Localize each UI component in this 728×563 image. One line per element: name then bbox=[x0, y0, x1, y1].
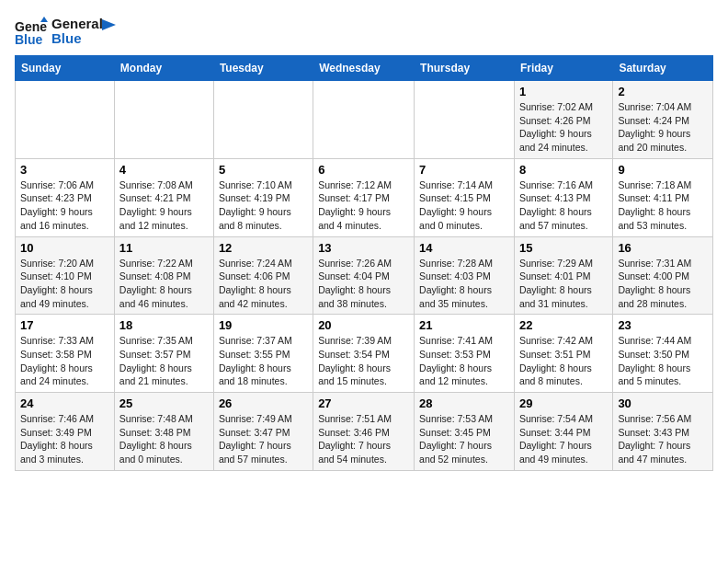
day-cell: 13Sunrise: 7:26 AM Sunset: 4:04 PM Dayli… bbox=[313, 236, 415, 315]
day-cell: 1Sunrise: 7:02 AM Sunset: 4:26 PM Daylig… bbox=[514, 81, 612, 159]
day-number: 9 bbox=[618, 163, 708, 177]
weekday-header-monday: Monday bbox=[114, 56, 213, 81]
day-cell bbox=[415, 81, 515, 159]
day-cell: 30Sunrise: 7:56 AM Sunset: 3:43 PM Dayli… bbox=[613, 393, 713, 471]
day-number: 23 bbox=[618, 318, 708, 332]
day-cell: 25Sunrise: 7:48 AM Sunset: 3:48 PM Dayli… bbox=[114, 393, 213, 471]
day-number: 22 bbox=[519, 318, 608, 332]
day-info: Sunrise: 7:29 AM Sunset: 4:01 PM Dayligh… bbox=[519, 257, 608, 311]
logo-flag-icon bbox=[99, 17, 118, 36]
day-info: Sunrise: 7:53 AM Sunset: 3:45 PM Dayligh… bbox=[419, 412, 509, 466]
day-number: 20 bbox=[318, 318, 409, 332]
day-info: Sunrise: 7:06 AM Sunset: 4:23 PM Dayligh… bbox=[20, 178, 109, 233]
day-info: Sunrise: 7:10 AM Sunset: 4:19 PM Dayligh… bbox=[219, 178, 308, 233]
day-cell: 3Sunrise: 7:06 AM Sunset: 4:23 PM Daylig… bbox=[16, 158, 115, 236]
day-info: Sunrise: 7:12 AM Sunset: 4:17 PM Dayligh… bbox=[318, 178, 409, 233]
weekday-header-tuesday: Tuesday bbox=[213, 56, 313, 81]
svg-text:Blue: Blue bbox=[15, 32, 43, 47]
day-info: Sunrise: 7:22 AM Sunset: 4:08 PM Dayligh… bbox=[119, 257, 209, 311]
day-info: Sunrise: 7:18 AM Sunset: 4:11 PM Dayligh… bbox=[618, 178, 708, 233]
day-cell bbox=[16, 81, 115, 159]
day-cell: 21Sunrise: 7:41 AM Sunset: 3:53 PM Dayli… bbox=[415, 315, 515, 393]
day-cell: 11Sunrise: 7:22 AM Sunset: 4:08 PM Dayli… bbox=[114, 236, 213, 315]
day-cell: 12Sunrise: 7:24 AM Sunset: 4:06 PM Dayli… bbox=[213, 236, 313, 315]
week-row-5: 24Sunrise: 7:46 AM Sunset: 3:49 PM Dayli… bbox=[16, 393, 713, 471]
weekday-header-friday: Friday bbox=[514, 56, 612, 81]
calendar-table: SundayMondayTuesdayWednesdayThursdayFrid… bbox=[15, 55, 713, 471]
day-number: 21 bbox=[419, 318, 509, 332]
logo: General Blue General Blue bbox=[15, 15, 118, 48]
day-cell: 22Sunrise: 7:42 AM Sunset: 3:51 PM Dayli… bbox=[514, 315, 612, 393]
day-number: 11 bbox=[119, 241, 209, 255]
day-cell: 29Sunrise: 7:54 AM Sunset: 3:44 PM Dayli… bbox=[514, 393, 612, 471]
week-row-2: 3Sunrise: 7:06 AM Sunset: 4:23 PM Daylig… bbox=[16, 158, 713, 236]
day-cell: 27Sunrise: 7:51 AM Sunset: 3:46 PM Dayli… bbox=[313, 393, 415, 471]
day-number: 15 bbox=[519, 241, 608, 255]
day-info: Sunrise: 7:20 AM Sunset: 4:10 PM Dayligh… bbox=[20, 257, 109, 311]
day-number: 17 bbox=[20, 318, 109, 332]
svg-marker-3 bbox=[102, 19, 116, 30]
day-cell: 17Sunrise: 7:33 AM Sunset: 3:58 PM Dayli… bbox=[16, 315, 115, 393]
day-cell: 5Sunrise: 7:10 AM Sunset: 4:19 PM Daylig… bbox=[213, 158, 313, 236]
day-info: Sunrise: 7:48 AM Sunset: 3:48 PM Dayligh… bbox=[119, 412, 209, 466]
day-info: Sunrise: 7:46 AM Sunset: 3:49 PM Dayligh… bbox=[20, 412, 109, 466]
day-cell: 9Sunrise: 7:18 AM Sunset: 4:11 PM Daylig… bbox=[613, 158, 713, 236]
day-cell: 18Sunrise: 7:35 AM Sunset: 3:57 PM Dayli… bbox=[114, 315, 213, 393]
day-info: Sunrise: 7:04 AM Sunset: 4:24 PM Dayligh… bbox=[618, 100, 708, 155]
day-info: Sunrise: 7:39 AM Sunset: 3:54 PM Dayligh… bbox=[318, 334, 409, 388]
day-number: 12 bbox=[219, 241, 308, 255]
week-row-1: 1Sunrise: 7:02 AM Sunset: 4:26 PM Daylig… bbox=[16, 81, 713, 159]
week-row-3: 10Sunrise: 7:20 AM Sunset: 4:10 PM Dayli… bbox=[16, 236, 713, 315]
logo-icon: General Blue bbox=[15, 15, 48, 48]
day-cell: 4Sunrise: 7:08 AM Sunset: 4:21 PM Daylig… bbox=[114, 158, 213, 236]
day-number: 27 bbox=[318, 396, 409, 410]
day-number: 28 bbox=[419, 396, 509, 410]
logo-general: General bbox=[51, 17, 103, 32]
day-cell: 14Sunrise: 7:28 AM Sunset: 4:03 PM Dayli… bbox=[415, 236, 515, 315]
weekday-header-saturday: Saturday bbox=[613, 56, 713, 81]
day-info: Sunrise: 7:51 AM Sunset: 3:46 PM Dayligh… bbox=[318, 412, 409, 466]
weekday-header-row: SundayMondayTuesdayWednesdayThursdayFrid… bbox=[16, 56, 713, 81]
day-number: 13 bbox=[318, 241, 409, 255]
week-row-4: 17Sunrise: 7:33 AM Sunset: 3:58 PM Dayli… bbox=[16, 315, 713, 393]
day-cell: 20Sunrise: 7:39 AM Sunset: 3:54 PM Dayli… bbox=[313, 315, 415, 393]
day-info: Sunrise: 7:16 AM Sunset: 4:13 PM Dayligh… bbox=[519, 178, 608, 233]
day-number: 4 bbox=[119, 163, 209, 177]
day-cell: 28Sunrise: 7:53 AM Sunset: 3:45 PM Dayli… bbox=[415, 393, 515, 471]
day-number: 3 bbox=[20, 163, 109, 177]
day-cell: 16Sunrise: 7:31 AM Sunset: 4:00 PM Dayli… bbox=[613, 236, 713, 315]
day-cell: 10Sunrise: 7:20 AM Sunset: 4:10 PM Dayli… bbox=[16, 236, 115, 315]
day-info: Sunrise: 7:54 AM Sunset: 3:44 PM Dayligh… bbox=[519, 412, 608, 466]
day-info: Sunrise: 7:08 AM Sunset: 4:21 PM Dayligh… bbox=[119, 178, 209, 233]
day-cell: 15Sunrise: 7:29 AM Sunset: 4:01 PM Dayli… bbox=[514, 236, 612, 315]
weekday-header-sunday: Sunday bbox=[16, 56, 115, 81]
day-info: Sunrise: 7:26 AM Sunset: 4:04 PM Dayligh… bbox=[318, 257, 409, 311]
day-info: Sunrise: 7:44 AM Sunset: 3:50 PM Dayligh… bbox=[618, 334, 708, 388]
day-info: Sunrise: 7:41 AM Sunset: 3:53 PM Dayligh… bbox=[419, 334, 509, 388]
day-number: 1 bbox=[519, 85, 608, 98]
weekday-header-wednesday: Wednesday bbox=[313, 56, 415, 81]
day-cell: 6Sunrise: 7:12 AM Sunset: 4:17 PM Daylig… bbox=[313, 158, 415, 236]
day-cell: 23Sunrise: 7:44 AM Sunset: 3:50 PM Dayli… bbox=[613, 315, 713, 393]
day-info: Sunrise: 7:49 AM Sunset: 3:47 PM Dayligh… bbox=[219, 412, 308, 466]
day-cell: 24Sunrise: 7:46 AM Sunset: 3:49 PM Dayli… bbox=[16, 393, 115, 471]
header: General Blue General Blue bbox=[15, 15, 713, 48]
day-cell bbox=[313, 81, 415, 159]
day-number: 26 bbox=[219, 396, 308, 410]
day-info: Sunrise: 7:14 AM Sunset: 4:15 PM Dayligh… bbox=[419, 178, 509, 233]
day-number: 10 bbox=[20, 241, 109, 255]
day-number: 24 bbox=[20, 396, 109, 410]
day-info: Sunrise: 7:31 AM Sunset: 4:00 PM Dayligh… bbox=[618, 257, 708, 311]
weekday-header-thursday: Thursday bbox=[415, 56, 515, 81]
day-cell: 26Sunrise: 7:49 AM Sunset: 3:47 PM Dayli… bbox=[213, 393, 313, 471]
day-info: Sunrise: 7:24 AM Sunset: 4:06 PM Dayligh… bbox=[219, 257, 308, 311]
day-number: 7 bbox=[419, 163, 509, 177]
day-cell bbox=[213, 81, 313, 159]
day-cell: 19Sunrise: 7:37 AM Sunset: 3:55 PM Dayli… bbox=[213, 315, 313, 393]
day-info: Sunrise: 7:42 AM Sunset: 3:51 PM Dayligh… bbox=[519, 334, 608, 388]
day-cell: 7Sunrise: 7:14 AM Sunset: 4:15 PM Daylig… bbox=[415, 158, 515, 236]
day-number: 16 bbox=[618, 241, 708, 255]
day-number: 14 bbox=[419, 241, 509, 255]
day-number: 18 bbox=[119, 318, 209, 332]
day-number: 30 bbox=[618, 396, 708, 410]
